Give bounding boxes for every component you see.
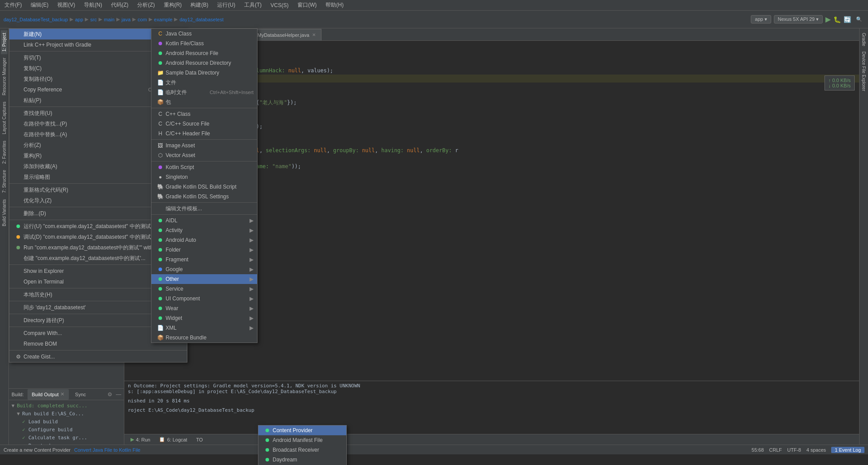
menu-item-build[interactable]: 构建(B)	[189, 0, 210, 10]
submenu-item-file[interactable]: 📄 文件	[151, 78, 257, 87]
label-service: Service	[166, 286, 183, 292]
menu-item-help[interactable]: 帮助(H)	[324, 0, 345, 10]
submenu-item-gradle-kotlin-settings[interactable]: 🐘 Gradle Kotlin DSL Settings	[151, 192, 257, 201]
status-convert[interactable]: Convert Java File to Kotlin File	[74, 447, 140, 453]
submenu-item-fragment[interactable]: Fragment ▶	[151, 255, 257, 264]
submenu-item-aidl[interactable]: AIDL ▶	[151, 216, 257, 225]
menu-item-vcs[interactable]: VCS(S)	[269, 1, 290, 9]
status-encoding[interactable]: UTF-8	[787, 447, 801, 453]
tab-build-output[interactable]: Build Output ✕	[28, 389, 69, 400]
sample-data-icon: 📁	[157, 69, 164, 76]
submenu-item-edit-templates[interactable]: 编辑文件模板...	[151, 204, 257, 213]
separator	[151, 161, 257, 162]
submenu-item-cpp-source[interactable]: C C/C++ Source File	[151, 119, 257, 129]
menu-item-edit[interactable]: 编辑(E)	[29, 0, 50, 10]
submenu-other-item-content-provider[interactable]: Content Provider	[258, 426, 346, 435]
menu-item-tools[interactable]: 工具(T)	[242, 0, 263, 10]
breadcrumb-project[interactable]: day12_DatabaseTest_backup	[4, 17, 68, 22]
output-line: s: [:app:assembleDebug] in project E:\AS…	[128, 389, 856, 394]
image-asset-icon: 🖼	[157, 142, 164, 149]
breadcrumb-main[interactable]: main	[104, 17, 115, 22]
tab-to[interactable]: TO	[193, 436, 206, 443]
status-crlf[interactable]: CRLF	[769, 447, 782, 453]
menu-item-window[interactable]: 窗口(W)	[296, 0, 318, 10]
breadcrumb-java[interactable]: java	[122, 17, 131, 22]
run-tasks-text: Run tasks	[28, 442, 55, 445]
submenu-item-android-resource-dir[interactable]: Android Resource Directory	[151, 58, 257, 68]
breadcrumb-app[interactable]: app	[75, 17, 83, 22]
run-button[interactable]: ▶	[825, 15, 831, 24]
submenu-item-gradle-kotlin-build[interactable]: 🐘 Gradle Kotlin DSL Build Script	[151, 182, 257, 192]
sidebar-item-structure[interactable]: 7: Structure	[1, 167, 8, 196]
submenu-item-android-resource-file[interactable]: Android Resource File	[151, 48, 257, 58]
sync-button[interactable]: 🔄	[844, 16, 851, 23]
submenu-other-item-manifest[interactable]: Android Manifest File	[258, 435, 346, 445]
device-selector[interactable]: Nexus 5X API 29 ▾	[774, 15, 823, 24]
submenu-item-singleton[interactable]: ● Singleton	[151, 172, 257, 182]
tab-logcat[interactable]: 📋 6: Logcat	[155, 436, 190, 443]
submenu-item-resource-bundle[interactable]: 📦 Resource Bundle	[151, 333, 257, 343]
submenu-item-folder[interactable]: Folder ▶	[151, 245, 257, 255]
submenu-item-kotlin-class[interactable]: Kotlin File/Class	[151, 39, 257, 48]
tab-run[interactable]: ▶ 4: Run	[127, 436, 154, 443]
submenu-item-image-asset[interactable]: 🖼 Image Asset	[151, 141, 257, 150]
right-tab-gradle[interactable]: Gradle	[860, 30, 867, 49]
sidebar-item-layout-captures[interactable]: Layout Captures	[1, 99, 8, 137]
ctx-label-analyze: 分析(Z)	[24, 142, 41, 149]
label-xml: XML	[166, 325, 177, 331]
menu-item-refactor[interactable]: 重构(R)	[162, 0, 184, 10]
submenu-other-item-broadcast[interactable]: Broadcast Receiver	[258, 445, 346, 455]
submenu-item-activity[interactable]: Activity ▶	[151, 225, 257, 235]
submenu-item-android-auto[interactable]: Android Auto ▶	[151, 235, 257, 245]
submenu-item-google[interactable]: Google ▶	[151, 264, 257, 274]
close-icon[interactable]: ✕	[312, 32, 316, 37]
breadcrumb-example[interactable]: example	[154, 17, 173, 22]
submenu-item-scratch[interactable]: 📄 临时文件 Ctrl+Alt+Shift+Insert	[151, 87, 257, 97]
submenu-item-cpp-class[interactable]: C C++ Class	[151, 109, 257, 119]
status-spaces[interactable]: 4 spaces	[806, 447, 826, 453]
java-class-icon: C	[157, 30, 164, 37]
right-tab-device-file[interactable]: Device File Explorer	[860, 49, 867, 94]
breadcrumb-package[interactable]: day12_databasetest	[179, 17, 223, 22]
menu-item-code[interactable]: 代码(Z)	[109, 0, 130, 10]
separator	[151, 139, 257, 140]
search-button[interactable]: 🔍	[854, 14, 864, 25]
submenu-item-service[interactable]: Service ▶	[151, 284, 257, 294]
output-line: roject E:\AS_Code\day12_DatabaseTest_bac…	[128, 407, 856, 413]
sidebar-item-project[interactable]: 1: Project	[1, 30, 8, 54]
submenu-item-xml[interactable]: 📄 XML ▶	[151, 323, 257, 333]
ctx-item-create-gist[interactable]: ⚙ Create Gist...	[9, 351, 187, 362]
tab-sync[interactable]: Sync	[71, 389, 90, 400]
menu-item-view[interactable]: 视图(V)	[55, 0, 77, 10]
submenu-item-cpp-header[interactable]: H C/C++ Header File	[151, 129, 257, 138]
menu-item-file[interactable]: 文件(F)	[3, 0, 24, 10]
menu-item-analyze[interactable]: 分析(Z)	[135, 0, 156, 10]
menu-item-run[interactable]: 运行(U)	[215, 0, 237, 10]
minimize-icon[interactable]: —	[116, 391, 121, 398]
tab-mydatabasehelper-java[interactable]: C MyDatabaseHelper.java ✕	[246, 29, 321, 40]
expand-icon[interactable]: ▼	[12, 402, 17, 410]
submenu-item-widget[interactable]: Widget ▶	[151, 313, 257, 323]
submenu-item-kotlin-script[interactable]: Kotlin Script	[151, 162, 257, 172]
breadcrumb-src[interactable]: src	[90, 17, 97, 22]
debug-tests-icon	[15, 233, 22, 240]
breadcrumb-com[interactable]: com	[138, 17, 147, 22]
submenu-other-item-daydream[interactable]: Daydream	[258, 455, 346, 465]
close-icon[interactable]: ✕	[60, 391, 64, 397]
submenu-item-other[interactable]: Other ▶ Content Provider Android Manifes…	[151, 274, 257, 284]
event-log-button[interactable]: 1 Event Log	[831, 447, 864, 453]
submenu-item-sample-data[interactable]: 📁 Sample Data Directory	[151, 68, 257, 78]
app-selector[interactable]: app ▾	[751, 15, 771, 24]
submenu-item-package[interactable]: 📦 包	[151, 97, 257, 107]
sidebar-item-favorites[interactable]: 2: Favorites	[1, 138, 8, 166]
submenu-item-wear[interactable]: Wear ▶	[151, 303, 257, 313]
sidebar-item-resource-manager[interactable]: Resource Manager	[1, 55, 8, 98]
debug-button[interactable]: 🐛	[833, 16, 841, 23]
gear-icon[interactable]: ⚙	[107, 391, 112, 398]
submenu-item-java-class[interactable]: C Java Class	[151, 29, 257, 39]
expand-icon[interactable]: ▼	[17, 410, 22, 418]
menu-item-navigate[interactable]: 导航(N)	[82, 0, 104, 10]
submenu-item-vector-asset[interactable]: ⬡ Vector Asset	[151, 150, 257, 160]
submenu-item-ui-component[interactable]: UI Component ▶	[151, 294, 257, 303]
sidebar-item-build-variants[interactable]: Build Variants	[1, 197, 8, 229]
